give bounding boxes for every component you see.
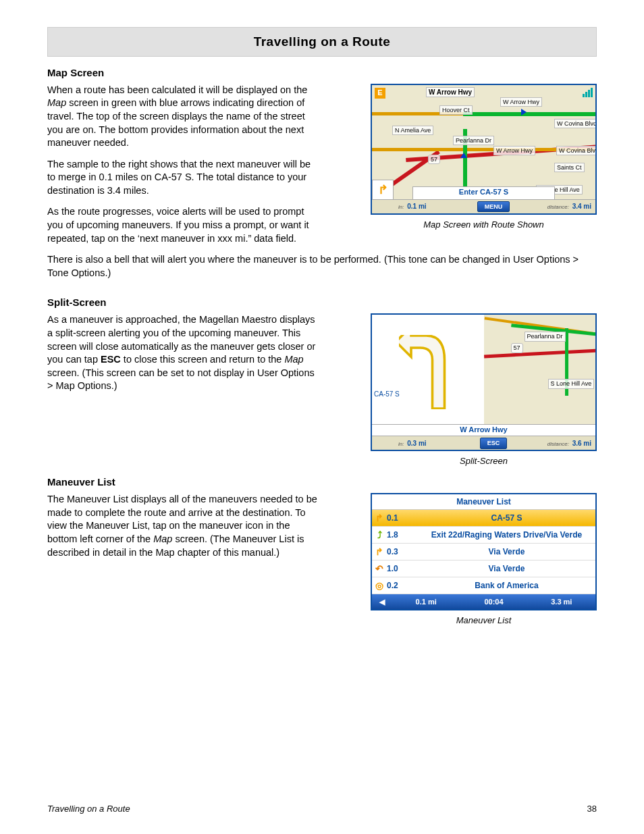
street-label: W Covina Blvd bbox=[554, 119, 597, 128]
back-button[interactable]: ◀ bbox=[372, 597, 392, 607]
maneuver-bear-icon: ⤴ bbox=[372, 529, 387, 542]
highway-shield: 57 bbox=[511, 343, 523, 353]
maneuver-row[interactable]: ◎0.2Bank of America bbox=[372, 577, 595, 594]
maneuver-icon-button[interactable]: ↱ bbox=[372, 180, 394, 200]
maneuver-distance: 0.1 bbox=[387, 513, 412, 523]
street-label: W Covina Blvd bbox=[556, 146, 597, 155]
next-street-bar: W Arrow Hwy bbox=[372, 424, 595, 436]
maneuver-list-footer: ◀ 0.1 mi 00:04 3.3 mi bbox=[372, 594, 595, 609]
body-text: The Maneuver List displays all of the ma… bbox=[47, 493, 321, 559]
menu-button[interactable]: MENU bbox=[477, 201, 510, 212]
body-text: As the route progresses, voice alerts wi… bbox=[47, 205, 321, 245]
next-street-bar[interactable]: Enter CA-57 S bbox=[412, 186, 555, 200]
distance-label: distance: bbox=[547, 441, 569, 447]
figure-caption: Maneuver List bbox=[371, 615, 597, 627]
heading-map-screen: Map Screen bbox=[47, 66, 597, 80]
figure-maneuver-list: Maneuver List ↱0.1CA-57 S⤴1.8Exit 22d/Ra… bbox=[371, 493, 597, 610]
street-label: S Lone Hill Ave bbox=[548, 379, 595, 388]
gps-signal-icon bbox=[583, 88, 593, 97]
page-title-bar: Travelling on a Route bbox=[47, 27, 597, 57]
big-maneuver-arrow-icon bbox=[399, 335, 460, 409]
maneuver-name: Exit 22d/Raging Waters Drive/Via Verde bbox=[412, 529, 595, 540]
maneuver-distance: 1.0 bbox=[387, 563, 412, 574]
footer-time-value: 00:04 bbox=[460, 597, 527, 607]
status-bar: in: 0.1 mi MENU distance: 3.4 mi bbox=[372, 199, 595, 213]
body-text: The sample to the right shows that the n… bbox=[47, 158, 321, 198]
maneuver-uturn-icon: ↶ bbox=[372, 563, 387, 575]
footer-in-value: 0.1 mi bbox=[392, 597, 460, 607]
body-text: When a route has been calculated it will… bbox=[47, 84, 321, 150]
heading-split-screen: Split-Screen bbox=[47, 296, 597, 309]
maneuver-row[interactable]: ↱0.3Via Verde bbox=[372, 544, 595, 561]
maneuver-row[interactable]: ↱0.1CA-57 S bbox=[372, 510, 595, 527]
esc-button[interactable]: ESC bbox=[480, 438, 508, 448]
distance-value: 3.6 mi bbox=[572, 440, 591, 447]
street-label: Pearlanna Dr bbox=[525, 332, 566, 341]
status-bar: in: 0.3 mi ESC distance: 3.6 mi bbox=[372, 436, 595, 450]
maneuver-distance: 0.2 bbox=[387, 580, 412, 591]
maneuver-list-title: Maneuver List bbox=[372, 494, 595, 510]
maneuver-row[interactable]: ↶1.0Via Verde bbox=[372, 561, 595, 577]
heading-maneuver-list: Maneuver List bbox=[47, 475, 597, 489]
street-label: Pearlanna Dr bbox=[453, 136, 494, 145]
distance-label: distance: bbox=[547, 204, 569, 210]
maneuver-name: CA-57 S bbox=[412, 513, 595, 523]
compass-icon: E bbox=[375, 88, 385, 99]
figure-map-screen: E W Arrow Hwy W Arrow Hwy Hoover Ct W Co… bbox=[371, 84, 597, 215]
maneuver-merge-icon: ↱ bbox=[372, 512, 387, 525]
street-label: W Arrow Hwy bbox=[493, 146, 535, 155]
route-label: CA-57 S bbox=[374, 390, 400, 399]
in-label: in: bbox=[398, 204, 404, 210]
maneuver-row[interactable]: ⤴1.8Exit 22d/Raging Waters Drive/Via Ver… bbox=[372, 527, 595, 544]
street-label: Hoover Ct bbox=[439, 105, 473, 115]
maneuver-name: Via Verde bbox=[412, 546, 595, 557]
maneuver-name: Via Verde bbox=[412, 563, 595, 574]
page-number: 38 bbox=[587, 803, 597, 815]
in-value[interactable]: 0.3 mi bbox=[407, 440, 426, 447]
footer-dist-value: 3.3 mi bbox=[528, 597, 595, 607]
maneuver-distance: 0.3 bbox=[387, 546, 412, 557]
maneuver-dest-icon: ◎ bbox=[372, 579, 387, 592]
street-label: Saints Ct bbox=[554, 163, 585, 172]
street-label: W Arrow Hwy bbox=[500, 97, 542, 107]
current-street-label: W Arrow Hwy bbox=[426, 87, 475, 98]
figure-split-screen: CA-57 S Pearlanna Dr 57 S Lone Hill Ave … bbox=[371, 313, 597, 451]
body-text: As a maneuver is approached, the Magella… bbox=[47, 313, 321, 392]
in-value[interactable]: 0.1 mi bbox=[407, 203, 426, 210]
maneuver-name: Bank of America bbox=[412, 580, 595, 591]
in-label: in: bbox=[398, 441, 404, 447]
distance-value: 3.4 mi bbox=[572, 203, 591, 210]
footer-title: Travelling on a Route bbox=[47, 803, 130, 815]
maneuver-distance: 1.8 bbox=[387, 529, 412, 540]
body-text: There is also a bell that will alert you… bbox=[47, 253, 597, 280]
highway-shield: 57 bbox=[428, 155, 440, 164]
figure-caption: Split-Screen bbox=[371, 455, 597, 467]
figure-caption: Map Screen with Route Shown bbox=[371, 219, 597, 231]
street-label: N Amelia Ave bbox=[392, 126, 433, 135]
maneuver-right-icon: ↱ bbox=[372, 546, 387, 558]
